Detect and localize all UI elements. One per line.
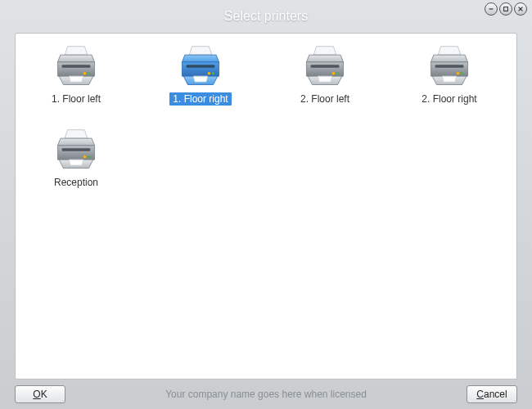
printer-icon — [302, 45, 348, 88]
cancel-button[interactable]: Cancel — [467, 385, 517, 403]
svg-marker-23 — [442, 76, 456, 82]
printer-label: 1. Floor right — [169, 92, 231, 106]
printer-label: Reception — [51, 176, 101, 189]
svg-point-11 — [212, 72, 214, 74]
maximize-icon — [503, 6, 509, 12]
cancel-button-label-first: C — [476, 389, 484, 400]
printer-item[interactable]: 1. Floor right — [156, 45, 245, 106]
svg-point-7 — [83, 72, 86, 74]
printer-icon — [53, 45, 99, 88]
svg-point-27 — [83, 155, 86, 158]
printer-list-panel: 1. Floor left 1. Floor right — [15, 33, 517, 380]
minimize-button[interactable] — [485, 2, 498, 16]
printer-item[interactable]: 2. Floor right — [405, 45, 494, 106]
printer-icon-wrap — [426, 45, 472, 88]
svg-marker-19 — [438, 47, 461, 55]
printer-item[interactable]: 1. Floor left — [32, 45, 120, 106]
dialog-window: Select printers — [0, 0, 532, 409]
dialog-title: Select printers — [224, 9, 308, 24]
printer-item[interactable]: 2. Floor left — [281, 45, 369, 106]
minimize-icon — [488, 6, 494, 12]
svg-marker-28 — [69, 160, 83, 165]
maximize-button[interactable] — [499, 2, 512, 16]
svg-rect-15 — [311, 65, 340, 67]
printer-icon — [178, 45, 223, 88]
ok-button-label-rest: K — [41, 389, 47, 400]
close-icon — [517, 6, 524, 12]
cancel-button-label-rest: ancel — [484, 389, 507, 400]
printer-label: 1. Floor left — [48, 92, 104, 106]
svg-point-16 — [336, 72, 339, 74]
svg-point-17 — [332, 72, 335, 74]
svg-marker-8 — [69, 76, 83, 82]
svg-marker-4 — [65, 47, 88, 55]
titlebar: Select printers — [0, 0, 532, 33]
license-text: Your company name goes here when license… — [72, 389, 460, 400]
svg-marker-9 — [189, 47, 212, 55]
printer-icon-wrap — [178, 45, 223, 88]
svg-marker-14 — [313, 47, 336, 55]
svg-rect-1 — [504, 7, 508, 11]
printer-icon-wrap — [302, 45, 348, 88]
window-controls — [485, 2, 527, 16]
dialog-footer: OK Your company name goes here when lice… — [0, 384, 532, 409]
svg-rect-25 — [62, 148, 91, 151]
svg-rect-5 — [62, 65, 91, 67]
svg-marker-18 — [318, 76, 331, 82]
svg-point-22 — [457, 72, 459, 74]
svg-marker-24 — [65, 130, 88, 138]
printer-item[interactable]: Reception — [32, 128, 120, 189]
svg-rect-20 — [435, 65, 464, 67]
printer-label: 2. Floor left — [297, 92, 353, 106]
svg-point-12 — [208, 72, 210, 74]
ok-button-label-first: O — [33, 389, 40, 400]
svg-point-6 — [88, 72, 90, 74]
printer-icon — [53, 128, 99, 171]
close-button[interactable] — [514, 2, 527, 16]
svg-rect-10 — [187, 65, 215, 67]
ok-button[interactable]: OK — [15, 385, 65, 403]
printer-icon-wrap — [53, 45, 99, 88]
printer-icon-wrap — [53, 128, 99, 171]
printer-label: 2. Floor right — [418, 92, 480, 106]
printer-grid: 1. Floor left 1. Floor right — [32, 45, 500, 189]
svg-point-26 — [88, 155, 90, 158]
printer-icon — [426, 45, 472, 88]
svg-marker-13 — [193, 76, 207, 82]
svg-point-21 — [461, 72, 463, 74]
